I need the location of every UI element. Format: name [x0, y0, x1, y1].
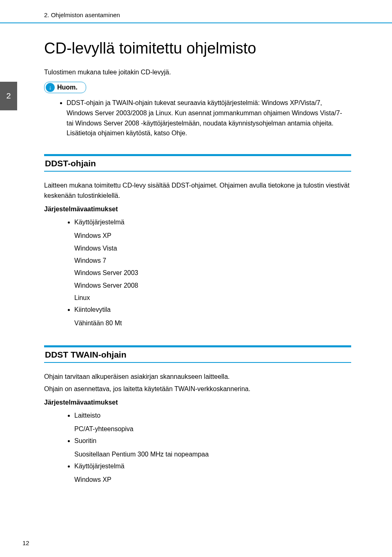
req-sub: Linux	[74, 292, 351, 304]
req-item: Kiintolevytila	[74, 304, 351, 315]
section-paragraph: Laitteen mukana toimitettu CD-levy sisäl…	[44, 181, 351, 201]
req-sub: PC/AT-yhteensopiva	[74, 423, 351, 435]
note-callout: ↓ Huom.	[44, 82, 86, 93]
req-list: Laitteisto	[44, 410, 351, 421]
req-item: Käyttöjärjestelmä	[74, 461, 351, 472]
section-body: Ohjain tarvitaan alkuperäisen asiakirjan…	[44, 372, 351, 486]
req-sub: Windows Server 2008	[74, 280, 351, 292]
page-title: CD-levyllä toimitettu ohjelmisto	[44, 40, 351, 57]
page-number: 12	[22, 539, 29, 546]
req-item: Käyttöjärjestelmä	[74, 217, 351, 228]
intro-text: Tulostimen mukana tulee joitakin CD-levy…	[44, 69, 351, 76]
note-item: DDST-ohjain ja TWAIN-ohjain tukevat seur…	[67, 98, 351, 139]
section-paragraph: Ohjain tarvitaan alkuperäisen asiakirjan…	[44, 372, 351, 382]
section-heading-ddst-ohjain: DDST-ohjain	[44, 154, 351, 172]
section-title: DDST-ohjain	[44, 156, 351, 171]
req-list: Käyttöjärjestelmä	[44, 461, 351, 472]
sysreq-label: Järjestelmävaatimukset	[44, 204, 351, 215]
down-arrow-icon: ↓	[46, 83, 55, 92]
page-content: CD-levyllä toimitettu ohjelmisto Tulosti…	[0, 23, 392, 486]
req-sub: Windows 7	[74, 255, 351, 267]
req-sub: Windows Vista	[74, 242, 351, 255]
req-sub: Windows XP	[74, 230, 351, 242]
req-sub: Windows XP	[74, 474, 351, 486]
section-paragraph: Ohjain on asennettava, jos laitetta käyt…	[44, 384, 351, 394]
req-sub: Suositellaan Pentium 300 MHz tai nopeamp…	[74, 448, 351, 461]
req-item: Suoritin	[74, 436, 351, 446]
req-sub: Vähintään 80 Mt	[74, 317, 351, 329]
page-header: 2. Ohjelmiston asentaminen	[0, 0, 392, 22]
section-body: Laitteen mukana toimitettu CD-levy sisäl…	[44, 181, 351, 329]
section-title: DDST TWAIN-ohjain	[44, 347, 351, 362]
note-label: Huom.	[57, 84, 78, 91]
req-list: Suoritin	[44, 436, 351, 446]
req-item: Laitteisto	[74, 410, 351, 421]
req-list: Kiintolevytila	[44, 304, 351, 315]
req-list: Käyttöjärjestelmä	[44, 217, 351, 228]
section-heading-ddst-twain-ohjain: DDST TWAIN-ohjain	[44, 345, 351, 363]
sysreq-label: Järjestelmävaatimukset	[44, 398, 351, 408]
note-list: DDST-ohjain ja TWAIN-ohjain tukevat seur…	[44, 98, 351, 139]
req-sub: Windows Server 2003	[74, 267, 351, 279]
